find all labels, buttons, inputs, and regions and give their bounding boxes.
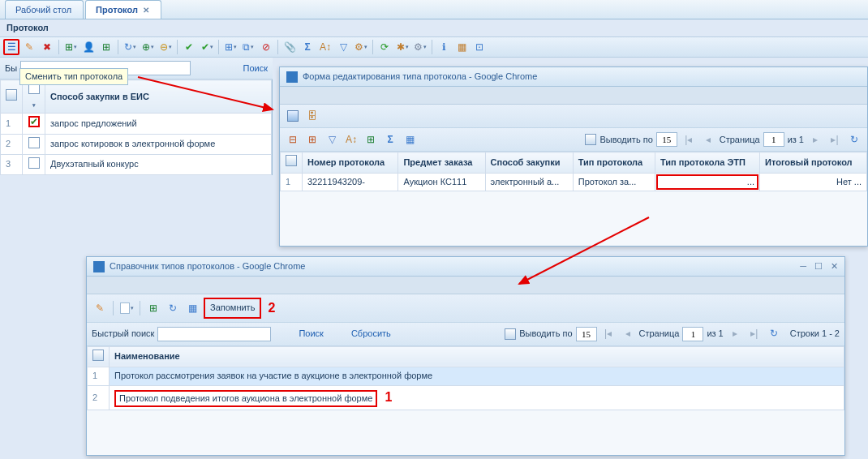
dict-page-input[interactable] [682, 327, 703, 341]
refresh-pager-icon[interactable]: ↻ [846, 131, 862, 148]
approve-all-icon[interactable]: ✔▾ [199, 39, 215, 55]
dict-search-btn[interactable]: Поиск [299, 328, 323, 340]
db-icon[interactable]: 🗄 [304, 108, 320, 124]
refresh-icon[interactable]: ↻▾ [122, 39, 138, 55]
delete-icon[interactable]: ✖ [39, 39, 55, 55]
config-icon[interactable]: ⚙▾ [412, 39, 428, 55]
tab-protocol[interactable]: Протокол✕ [85, 0, 161, 19]
new-doc-icon[interactable]: ▾ [118, 300, 135, 316]
add-icon[interactable]: ⊕▾ [140, 39, 156, 55]
edit2-icon[interactable]: ✎ [92, 300, 108, 316]
protocol-edit-grid: Номер протокола Предмет заказа Способ за… [280, 152, 867, 191]
page-prev-icon[interactable]: ◂ [700, 131, 716, 148]
row-checkbox[interactable] [28, 137, 40, 148]
filter2-icon[interactable]: ▽ [324, 131, 340, 148]
purchase-method-grid: ▾ Способ закупки в ЕИС 1 запрос предложе… [0, 79, 272, 175]
approve-icon[interactable]: ✔ [181, 39, 197, 55]
row-checkbox[interactable] [28, 116, 40, 127]
close-icon[interactable]: ✕ [143, 6, 149, 15]
dictionary-window: Справочник типов протоколов - Google Chr… [86, 256, 845, 456]
pager-device-icon [505, 328, 516, 340]
table-row[interactable]: 1 32211943209- Аукцион КС111 электронный… [281, 173, 867, 191]
user-icon[interactable]: 👤 [80, 39, 97, 55]
settings-icon[interactable]: ⚙▾ [353, 39, 369, 55]
maximize-icon[interactable]: ☐ [814, 260, 823, 272]
minimize-icon[interactable]: ─ [800, 260, 806, 272]
close-icon[interactable]: ✕ [831, 260, 838, 272]
table-row[interactable]: 1 Протокол рассмотрения заявок на участи… [88, 367, 844, 385]
block-icon[interactable]: ⊘ [258, 39, 274, 55]
excel3-icon[interactable]: ⊞ [363, 131, 379, 148]
layout-icon[interactable]: ▦ [402, 131, 418, 148]
page-last-icon[interactable]: ▸| [746, 326, 763, 342]
annotation-1: 1 [385, 390, 393, 404]
grid-icon [92, 350, 104, 361]
dict-grid: Наименование 1 Протокол рассмотрения зая… [87, 346, 844, 410]
refresh-pager2-icon[interactable]: ↻ [766, 326, 782, 342]
dict-reset-btn[interactable]: Сбросить [351, 328, 391, 340]
sync-icon[interactable]: ⟳ [376, 39, 393, 55]
grid-icon [286, 155, 297, 166]
edit-pager: ⊟ ⊞ ▽ A↕ ⊞ Σ ▦ Выводить по |◂ ◂ Страница… [280, 128, 867, 152]
page-prev-icon[interactable]: ◂ [620, 326, 636, 342]
sum2-icon[interactable]: Σ [382, 131, 398, 148]
etp-cell-placeholder[interactable] [656, 174, 758, 190]
attach-icon[interactable]: 📎 [281, 39, 298, 55]
annotation-2: 2 [268, 299, 275, 317]
help-icon[interactable]: ℹ [436, 39, 452, 55]
more-icon[interactable]: ⊡ [471, 39, 488, 55]
filter-icon[interactable]: ▽ [335, 39, 351, 55]
excel4-icon[interactable]: ⊞ [145, 300, 161, 316]
app-icon [93, 261, 105, 272]
change-type-button[interactable]: ☰ [3, 39, 19, 55]
remove-icon[interactable]: ⊖▾ [157, 39, 174, 55]
save-icon[interactable] [285, 108, 301, 124]
calendar-icon[interactable]: ▦ [453, 39, 470, 55]
dict-per-page-input[interactable] [576, 327, 597, 341]
page-last-icon[interactable]: ▸| [827, 131, 843, 148]
selected-protocol-type[interactable]: Протокол подведения итогов аукциона в эл… [114, 390, 377, 407]
change-type-tooltip: Сменить тип протокола [19, 68, 128, 85]
tree-expand-icon[interactable]: ⊞ [304, 131, 320, 148]
sort2-icon[interactable]: A↕ [343, 131, 359, 148]
pager-device-icon [585, 134, 596, 145]
window-titlebar[interactable]: Форма редактирования типа протокола - Go… [280, 67, 867, 87]
page-next-icon[interactable]: ▸ [807, 131, 823, 148]
page-first-icon[interactable]: |◂ [681, 131, 697, 148]
tree1-icon[interactable]: ⊞▾ [222, 39, 238, 55]
quick-search-label: Бы [5, 62, 17, 75]
search-button[interactable]: Поиск [243, 62, 268, 75]
page-first-icon[interactable]: |◂ [600, 326, 617, 342]
edit-toolbar: 🗄 [280, 105, 867, 128]
dict-searchbar: Быстрый поиск Поиск Сбросить Выводить по… [87, 323, 844, 346]
table-row[interactable]: 2 Протокол подведения итогов аукциона в … [88, 385, 844, 410]
per-page-input[interactable] [656, 132, 677, 147]
tools-icon[interactable]: ✱▾ [394, 39, 410, 55]
table-row[interactable]: 2 запрос котировок в электронной форме [1, 134, 272, 154]
main-tabbar: Рабочий стол Протокол✕ [0, 0, 868, 19]
tree2-icon[interactable]: ⧉▾ [240, 39, 256, 55]
grid-icon [6, 89, 17, 101]
row-checkbox[interactable] [28, 157, 40, 169]
edit-icon[interactable]: ✎ [21, 39, 37, 55]
sum-icon[interactable]: Σ [299, 39, 316, 55]
table-row[interactable]: 1 запрос предложений [1, 114, 272, 134]
refresh2-icon[interactable]: ↻ [165, 300, 181, 316]
sort-icon[interactable]: A↕ [317, 39, 333, 55]
table-row[interactable]: 3 Двухэтапный конкурс [1, 154, 272, 174]
excel2-icon[interactable]: ⊞ [98, 39, 114, 55]
edit-protocol-window: Форма редактирования типа протокола - Go… [279, 66, 868, 247]
tab-desktop[interactable]: Рабочий стол [5, 0, 84, 19]
dict-search-input[interactable] [157, 327, 271, 341]
page-title: Протокол [0, 19, 868, 36]
excel-export-icon[interactable]: ⊞▾ [62, 39, 79, 55]
page-input[interactable] [763, 132, 784, 147]
dict-toolbar: ✎ ▾ ⊞ ↻ ▦ Запомнить 2 [87, 294, 844, 322]
layout2-icon[interactable]: ▦ [184, 300, 200, 316]
tree-collapse-icon[interactable]: ⊟ [285, 131, 301, 148]
app-icon [286, 71, 298, 83]
page-next-icon[interactable]: ▸ [727, 326, 743, 342]
left-grid-panel: ▾ Способ закупки в ЕИС 1 запрос предложе… [0, 79, 273, 175]
remember-button[interactable]: Запомнить [204, 298, 261, 318]
window-titlebar[interactable]: Справочник типов протоколов - Google Chr… [87, 257, 844, 277]
